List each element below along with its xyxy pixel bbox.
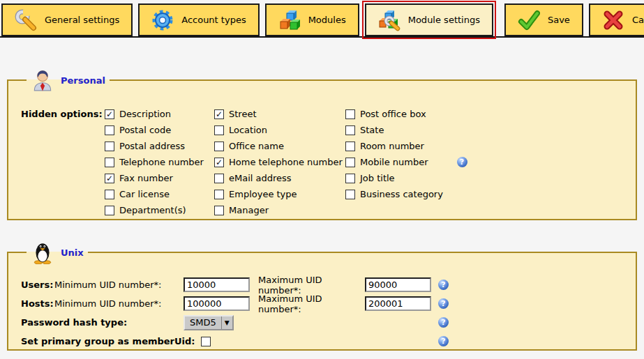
help-icon[interactable] [457,157,467,167]
option-checkbox[interactable] [214,142,224,151]
tab-general-settings[interactable]: General settings [1,3,133,36]
min-uid-label: Minimum UID number*: [54,298,184,309]
hidden-option[interactable]: Room number [345,141,495,151]
cancel-button[interactable]: Cancel [589,3,644,36]
hidden-option[interactable]: Home telephone number [214,157,345,167]
option-checkbox[interactable] [345,142,355,151]
option-label: Location [229,125,267,135]
hidden-option[interactable]: Employee type [214,189,345,199]
uid-row: Hosts: Minimum UID number*: Maximum UID … [21,294,636,313]
option-checkbox[interactable] [214,158,224,167]
tab-label: Modules [308,15,346,25]
password-hash-select[interactable]: SMD5 ▼ [184,315,234,330]
option-label: Postal address [119,141,185,151]
cubes-wrench-icon [378,9,400,31]
option-label: Street [229,109,257,119]
option-label: State [360,125,384,135]
max-uid-input[interactable] [365,277,431,292]
hidden-option[interactable]: Office name [214,141,345,151]
option-label: Manager [229,205,269,215]
unix-title: Unix [61,247,84,258]
uid-rows: Users: Minimum UID number*: Maximum UID … [21,275,636,313]
option-label: Post office box [360,109,426,119]
min-uid-input[interactable] [184,296,250,311]
member-uid-checkbox[interactable] [201,337,211,346]
option-checkbox[interactable] [345,158,355,167]
uid-row-name: Hosts: [21,298,54,309]
max-uid-label: Maximum UID number*: [258,293,365,314]
option-label: eMail address [229,173,292,183]
max-uid-label: Maximum UID number*: [258,275,365,296]
module-settings-page: Personal Hidden options: Description Str… [0,68,644,351]
person-icon [31,68,54,92]
hidden-option[interactable]: Telephone number [105,157,214,167]
hidden-option[interactable]: State [345,125,495,135]
hidden-option[interactable]: Postal code [105,125,214,135]
hidden-option[interactable]: Job title [345,173,495,183]
tab-account-types[interactable]: Account types [138,3,259,36]
help-icon[interactable] [438,336,449,346]
unix-section: Unix Users: Minimum UID number*: Maximum… [7,240,637,351]
cancel-label: Cancel [632,15,644,25]
option-label: Mobile number [360,157,428,167]
option-checkbox[interactable] [345,109,355,119]
tab-bar: General settings Account types Modules [0,0,644,38]
member-uid-label: Set primary group as memberUid: [21,336,195,346]
tab-module-settings[interactable]: Module settings [365,3,493,36]
hidden-option[interactable]: Street [214,109,345,119]
option-checkbox[interactable] [105,174,114,183]
tab-modules[interactable]: Modules [265,3,359,36]
option-label: Job title [360,173,395,183]
hidden-option[interactable]: Business category [345,189,495,199]
option-checkbox[interactable] [214,109,224,119]
option-checkbox[interactable] [214,174,224,183]
password-hash-row: Password hash type: SMD5 ▼ [21,313,636,332]
option-label: Car license [119,189,170,199]
hidden-option[interactable]: Location [214,125,345,135]
option-checkbox[interactable] [105,190,114,199]
option-checkbox[interactable] [214,125,224,135]
hidden-option[interactable]: Department(s) [105,205,214,215]
hidden-option[interactable]: Description [105,109,214,119]
option-checkbox[interactable] [105,142,114,151]
hidden-option[interactable]: Fax number [105,173,214,183]
save-button[interactable]: Save [504,3,583,36]
option-label: Room number [360,141,424,151]
member-uid-row: Set primary group as memberUid: [21,332,636,351]
option-checkbox[interactable] [105,158,114,167]
max-uid-input[interactable] [365,296,431,311]
hidden-option[interactable]: eMail address [214,173,345,183]
option-label: Home telephone number [229,157,343,167]
unix-legend: Unix [27,240,88,264]
help-icon[interactable] [438,317,449,328]
option-checkbox[interactable] [345,125,355,135]
password-hash-label: Password hash type: [21,317,184,328]
option-checkbox[interactable] [345,174,355,183]
hidden-options-label: Hidden options: [21,106,105,218]
hidden-option[interactable]: Car license [105,189,214,199]
chevron-down-icon: ▼ [221,316,232,329]
option-checkbox[interactable] [105,125,114,135]
hidden-option[interactable]: Mobile number [345,157,495,167]
option-checkbox[interactable] [105,206,114,215]
tab-label: General settings [45,15,119,25]
option-checkbox[interactable] [345,190,355,199]
option-checkbox[interactable] [105,109,114,119]
option-label: Office name [229,141,284,151]
uid-row: Users: Minimum UID number*: Maximum UID … [21,275,636,294]
hidden-option[interactable]: Manager [214,205,345,215]
min-uid-input[interactable] [184,277,250,292]
password-hash-value: SMD5 [190,317,216,328]
uid-row-name: Users: [21,280,54,290]
hidden-option[interactable]: Postal address [105,141,214,151]
help-icon[interactable] [438,280,449,290]
cubes-icon [278,9,301,31]
option-checkbox[interactable] [214,206,224,215]
hidden-option[interactable]: Post office box [345,109,495,119]
option-label: Department(s) [119,205,186,215]
option-checkbox[interactable] [214,190,224,199]
hidden-options-row: Hidden options: Description Street [21,106,636,218]
help-icon[interactable] [438,298,449,309]
personal-section: Personal Hidden options: Description Str… [7,68,637,220]
tab-label: Module settings [408,15,480,25]
